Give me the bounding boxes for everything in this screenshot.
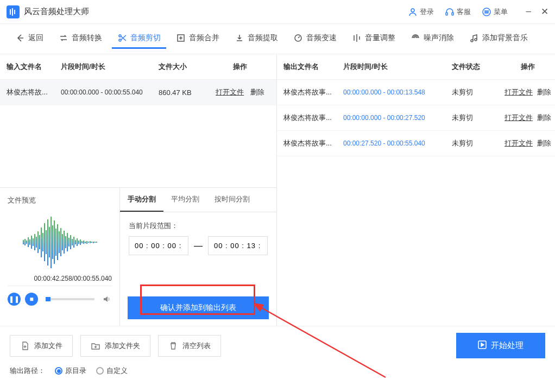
equalizer-icon: [352, 33, 362, 43]
app-logo-icon: [7, 5, 20, 18]
title-bar: 风云音频处理大师 登录 客服 菜单 – ✕: [0, 0, 555, 24]
volume-icon[interactable]: [102, 294, 112, 304]
scissors-icon: [117, 33, 127, 43]
input-table-header: 输入文件名 片段时间/时长 文件大小 操作: [0, 54, 276, 80]
delete-link[interactable]: 删除: [250, 88, 264, 96]
play-button[interactable]: ❚❚: [8, 293, 21, 306]
add-file-button[interactable]: 添加文件: [10, 335, 73, 357]
svg-rect-4: [446, 12, 447, 15]
noise-icon: [411, 33, 420, 43]
svg-point-12: [475, 39, 477, 41]
progress-slider[interactable]: [46, 298, 94, 300]
waveform-display[interactable]: [8, 210, 112, 275]
tab-convert[interactable]: 音频转换: [53, 29, 108, 49]
input-panel: 输入文件名 片段时间/时长 文件大小 操作 林俊杰将故... 00:00:00.…: [0, 54, 277, 326]
open-file-link[interactable]: 打开文件: [216, 88, 244, 96]
app-title: 风云音频处理大师: [24, 7, 408, 17]
menu-icon: [482, 7, 491, 17]
start-process-button[interactable]: 开始处理: [456, 333, 545, 358]
back-button[interactable]: 返回: [10, 29, 49, 49]
merge-icon: [176, 33, 186, 43]
input-row[interactable]: 林俊杰将故... 00:00:00.000 - 00:00:55.040 860…: [0, 80, 276, 105]
open-file-link[interactable]: 打开文件: [504, 88, 533, 96]
playback-time: 00:00:42.258/00:00:55.040: [8, 275, 112, 282]
play-icon: [478, 340, 487, 351]
extract-icon: [235, 33, 244, 43]
output-row[interactable]: 林俊杰将故事...00:00:27.520 - 00:00:55.040未剪切打…: [277, 131, 555, 156]
preview-title: 文件预览: [8, 195, 112, 205]
tab-cut[interactable]: 音频剪切: [112, 29, 166, 49]
delete-link[interactable]: 删除: [537, 88, 551, 96]
output-row[interactable]: 林俊杰将故事...00:00:00.000 - 00:00:27.520未剪切打…: [277, 105, 555, 131]
radio-custom-dir[interactable]: 自定义: [96, 366, 128, 376]
open-file-link[interactable]: 打开文件: [504, 113, 533, 122]
svg-point-7: [119, 35, 121, 37]
convert-icon: [59, 33, 68, 43]
service-button[interactable]: 客服: [445, 7, 471, 17]
menu-button[interactable]: 菜单: [482, 7, 508, 17]
clear-list-button[interactable]: 清空列表: [158, 335, 221, 357]
trash-icon: [168, 341, 178, 351]
arrow-left-icon: [15, 33, 25, 43]
headset-icon: [445, 7, 455, 17]
open-file-link[interactable]: 打开文件: [504, 139, 533, 147]
split-tab-manual[interactable]: 手动分割: [120, 188, 163, 212]
svg-point-11: [471, 40, 473, 42]
tab-noise[interactable]: 噪声消除: [405, 29, 459, 49]
range-end-input[interactable]: [208, 236, 268, 255]
stop-button[interactable]: ■: [25, 293, 38, 306]
svg-rect-2: [14, 10, 15, 14]
svg-point-8: [119, 39, 121, 41]
tab-volume[interactable]: 音量调整: [346, 29, 401, 49]
range-label: 当前片段范围：: [129, 221, 268, 231]
delete-link[interactable]: 删除: [537, 113, 551, 122]
tab-bgm[interactable]: 添加背景音乐: [464, 29, 533, 49]
bottom-bar: 添加文件 添加文件夹 清空列表 开始处理 输出路径： 原目录 自定义: [0, 326, 555, 382]
minimize-button[interactable]: –: [526, 6, 531, 17]
svg-rect-5: [452, 12, 453, 15]
login-button[interactable]: 登录: [408, 7, 434, 17]
close-button[interactable]: ✕: [541, 6, 548, 17]
confirm-add-button[interactable]: 确认并添加到输出列表: [128, 296, 269, 319]
folder-plus-icon: [91, 341, 100, 351]
tab-merge[interactable]: 音频合并: [171, 29, 225, 49]
output-table-header: 输出文件名 片段时间/时长 文件状态 操作: [277, 54, 555, 80]
output-path-label: 输出路径：: [10, 366, 45, 376]
add-folder-button[interactable]: 添加文件夹: [80, 335, 150, 357]
music-icon: [469, 33, 479, 43]
svg-rect-0: [10, 9, 11, 15]
radio-source-dir[interactable]: 原目录: [55, 366, 86, 376]
svg-point-3: [411, 9, 414, 12]
range-start-input[interactable]: [129, 236, 188, 255]
speed-icon: [293, 33, 303, 43]
user-icon: [408, 7, 418, 17]
output-row[interactable]: 林俊杰将故事...00:00:00.000 - 00:00:13.548未剪切打…: [277, 80, 555, 105]
delete-link[interactable]: 删除: [537, 139, 551, 147]
tab-extract[interactable]: 音频提取: [229, 29, 283, 49]
main-toolbar: 返回 音频转换 音频剪切 音频合并 音频提取 音频变速 音量调整 噪声消除 添加…: [0, 24, 555, 54]
output-panel: 输出文件名 片段时间/时长 文件状态 操作 林俊杰将故事...00:00:00.…: [277, 54, 555, 326]
split-tab-bytime[interactable]: 按时间分割: [207, 188, 257, 212]
file-plus-icon: [20, 341, 30, 351]
tab-speed[interactable]: 音频变速: [288, 29, 342, 49]
svg-rect-1: [12, 8, 13, 16]
split-tab-average[interactable]: 平均分割: [163, 188, 207, 212]
